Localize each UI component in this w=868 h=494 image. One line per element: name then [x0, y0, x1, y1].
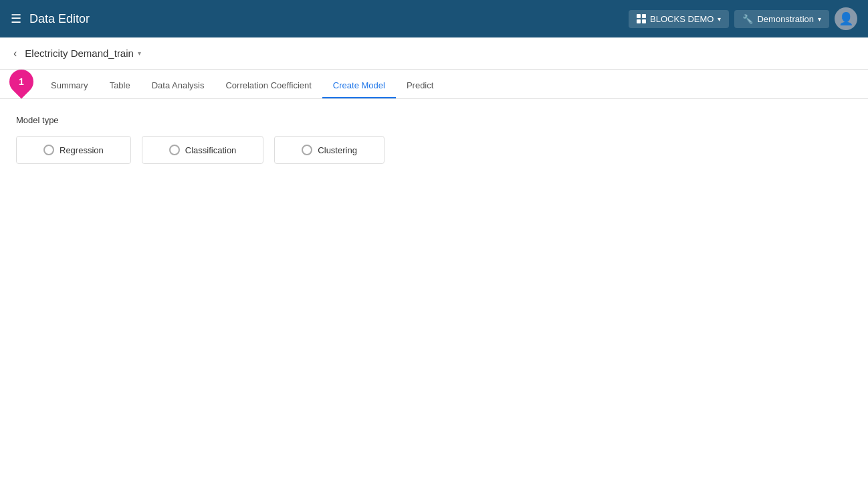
- hamburger-icon[interactable]: ☰: [11, 11, 21, 26]
- blocks-demo-button[interactable]: BLOCKS DEMO ▾: [629, 10, 729, 28]
- model-option-classification[interactable]: Classification: [142, 136, 264, 164]
- model-options: RegressionClassificationClustering: [16, 136, 852, 164]
- radio-classification: [169, 145, 180, 155]
- radio-clustering: [302, 145, 312, 155]
- app-title: Data Editor: [29, 12, 90, 26]
- subheader: ‹ Electricity Demand_train ▾: [0, 37, 868, 70]
- tab-table[interactable]: Table: [99, 74, 141, 98]
- tab-summary[interactable]: Summary: [40, 74, 99, 98]
- blocks-demo-label: BLOCKS DEMO: [650, 14, 714, 24]
- tabs-container: SummaryTableData AnalysisCorrelation Coe…: [0, 70, 868, 99]
- model-option-label-regression: Regression: [60, 145, 104, 155]
- navbar-left: ☰ Data Editor: [11, 11, 90, 26]
- model-option-regression[interactable]: Regression: [16, 136, 131, 164]
- model-option-label-clustering: Clustering: [318, 145, 357, 155]
- demonstration-label: Demonstration: [757, 14, 814, 24]
- grid-icon: [637, 14, 646, 23]
- chevron-down-icon: ▾: [818, 15, 821, 23]
- tab-create-model[interactable]: Create Model: [322, 74, 396, 98]
- main-content: Model type RegressionClassificationClust…: [0, 99, 868, 494]
- model-type-label: Model type: [16, 115, 852, 125]
- back-icon: ‹: [13, 48, 17, 59]
- dataset-dropdown-arrow[interactable]: ▾: [138, 50, 141, 57]
- back-button[interactable]: ‹: [11, 45, 19, 62]
- dataset-title: Electricity Demand_train ▾: [25, 48, 141, 59]
- navbar-right: BLOCKS DEMO ▾ 🔧 Demonstration ▾ 👤: [629, 7, 857, 30]
- chevron-down-icon: ▾: [718, 15, 721, 23]
- tab-data-analysis[interactable]: Data Analysis: [141, 74, 215, 98]
- radio-regression: [43, 145, 54, 155]
- wrench-icon: 🔧: [742, 14, 753, 24]
- avatar[interactable]: 👤: [835, 7, 857, 30]
- avatar-icon: 👤: [839, 11, 853, 26]
- demonstration-button[interactable]: 🔧 Demonstration ▾: [734, 10, 829, 28]
- dataset-name: Electricity Demand_train: [25, 48, 134, 59]
- model-option-clustering[interactable]: Clustering: [274, 136, 385, 164]
- tour-badge-number: 1: [19, 76, 24, 87]
- model-option-label-classification: Classification: [185, 145, 237, 155]
- navbar: ☰ Data Editor BLOCKS DEMO ▾ 🔧 Demonstrat…: [0, 0, 868, 37]
- tab-correlation-coefficient[interactable]: Correlation Coefficient: [215, 74, 322, 98]
- tab-predict[interactable]: Predict: [396, 74, 444, 98]
